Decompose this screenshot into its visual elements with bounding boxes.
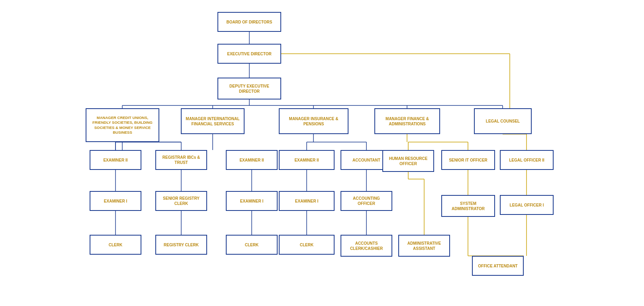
system-administrator: SYSTEM ADMINISTRATOR — [441, 195, 495, 217]
examiner1-ifs: EXAMINER I — [226, 191, 278, 211]
examiner2-ip: EXAMINER II — [279, 150, 335, 170]
legal-officer1: LEGAL OFFICER I — [500, 195, 554, 215]
board-of-directors: BOARD OF DIRECTORS — [217, 12, 281, 32]
manager-fa: MANAGER FINANCE & ADMINISTRATIONS — [374, 108, 440, 134]
office-attendant: OFFICE ATTENDANT — [472, 256, 524, 276]
registry-clerk: REGISTRY CLERK — [155, 235, 207, 255]
admin-assistant: ADMINISTRATIVE ASSISTANT — [398, 235, 450, 257]
hr-officer: HUMAN RESOURCE OFFICER — [382, 150, 434, 172]
examiner2-cu: EXAMINER II — [90, 150, 141, 170]
legal-officer2: LEGAL OFFICER II — [500, 150, 554, 170]
manager-ifs: MANAGER INTERNATIONAL FINANCIAL SERVICES — [181, 108, 245, 134]
senior-registry-clerk: SENIOR REGISTRY CLERK — [155, 191, 207, 211]
accounting-officer: ACCOUNTING OFFICER — [341, 191, 392, 211]
org-chart: BOARD OF DIRECTORS EXECUTIVE DIRECTOR DE… — [0, 0, 644, 306]
clerk-ip: CLERK — [279, 235, 335, 255]
clerk-cu: CLERK — [90, 235, 141, 255]
manager-cu: MANAGER CREDIT UNIONS, FRIENDLY SOCIETIE… — [86, 108, 159, 142]
senior-it: SENIOR IT OFFICER — [441, 150, 495, 170]
legal-counsel: LEGAL COUNSEL — [474, 108, 532, 134]
examiner2-ifs: EXAMINER II — [226, 150, 278, 170]
accounts-clerk: ACCOUNTS CLERK/CASHIER — [341, 235, 392, 257]
executive-director: EXECUTIVE DIRECTOR — [217, 44, 281, 64]
deputy-executive-director: DEPUTY EXECUTIVE DIRECTOR — [217, 78, 281, 99]
clerk-ifs: CLERK — [226, 235, 278, 255]
examiner1-ip: EXAMINER I — [279, 191, 335, 211]
examiner1-cu: EXAMINER I — [90, 191, 141, 211]
manager-ip: MANAGER INSURANCE & PENSIONS — [279, 108, 348, 134]
registrar-ibc: REGISTRAR IBCs & TRUST — [155, 150, 207, 170]
